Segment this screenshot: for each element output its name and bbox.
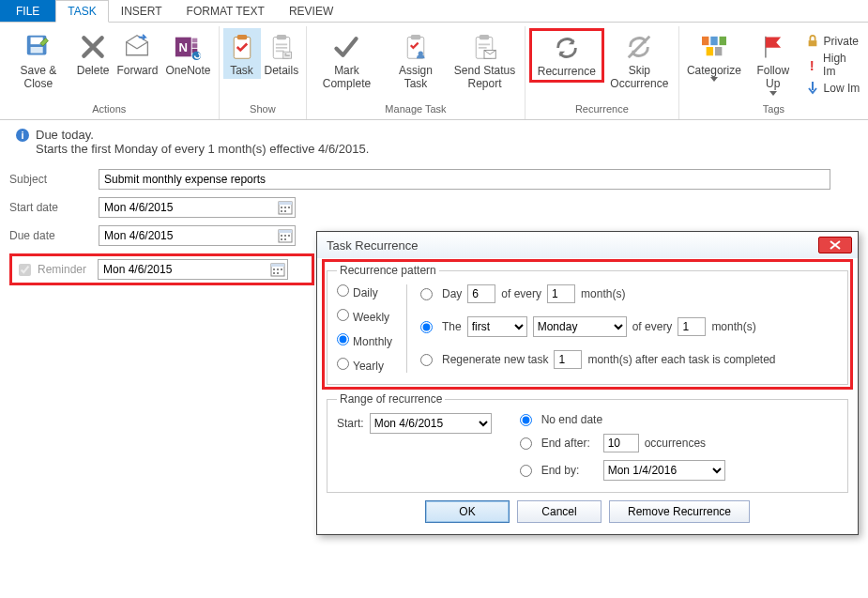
high-importance-label: High Im: [823, 52, 860, 78]
skip-label: Skip Occurrence: [608, 64, 671, 91]
tab-review[interactable]: REVIEW: [277, 0, 345, 22]
svg-rect-32: [715, 47, 722, 55]
svg-rect-31: [707, 47, 713, 55]
group-show: Task Details Show: [220, 26, 308, 119]
task-icon: [227, 32, 257, 62]
subject-label: Subject: [9, 173, 99, 186]
low-importance-label: Low Im: [824, 82, 860, 95]
group-actions-label: Actions: [4, 101, 215, 117]
group-manage: Mark Complete Assign Task Send Status Re…: [307, 26, 525, 119]
menu-tabs: FILE TASK INSERT FORMAT TEXT REVIEW: [0, 0, 868, 23]
svg-rect-48: [281, 238, 282, 240]
group-show-label: Show: [223, 101, 303, 117]
reminder-label: Reminder: [38, 263, 86, 276]
high-importance-button[interactable]: ! High Im: [805, 52, 860, 78]
svg-rect-6: [192, 43, 198, 48]
forward-button[interactable]: Forward: [113, 28, 161, 79]
svg-rect-17: [284, 54, 286, 54]
svg-rect-13: [276, 44, 287, 46]
duedate-label: Due date: [9, 229, 99, 242]
forward-icon: [122, 32, 152, 62]
calendar-icon[interactable]: [270, 262, 285, 277]
low-importance-button[interactable]: Low Im: [805, 81, 860, 96]
followup-button[interactable]: Follow Up: [745, 28, 801, 98]
svg-rect-54: [281, 268, 282, 270]
svg-rect-38: [281, 207, 282, 208]
onenote-button[interactable]: N OneNote: [161, 28, 214, 79]
private-button[interactable]: Private: [805, 34, 860, 49]
chevron-down-icon: [710, 77, 718, 82]
svg-text:i: i: [21, 130, 23, 141]
info-line1: Due today.: [36, 128, 369, 142]
startdate-input[interactable]: [99, 197, 296, 218]
svg-rect-47: [288, 235, 290, 237]
info-line2: Starts the first Monday of every 1 month…: [36, 142, 369, 156]
categorize-icon: [699, 32, 729, 62]
recurrence-label: Recurrence: [538, 65, 596, 78]
tags-small-list: Private ! High Im Low Im: [801, 28, 864, 101]
exclamation-icon: !: [805, 57, 819, 72]
task-button[interactable]: Task: [223, 28, 261, 79]
every-value-input[interactable]: [547, 284, 575, 297]
calendar-icon[interactable]: [278, 200, 293, 215]
skip-occurrence-button[interactable]: Skip Occurrence: [604, 28, 675, 93]
svg-rect-30: [719, 37, 725, 45]
svg-rect-42: [284, 210, 286, 212]
svg-rect-10: [236, 35, 247, 39]
recurrence-pattern-legend: Recurrence pattern: [337, 264, 439, 277]
day-value-input[interactable]: [467, 284, 495, 297]
radio-daily[interactable]: Daily: [337, 284, 403, 297]
info-bar: i Due today. Starts the first Monday of …: [0, 120, 868, 165]
duedate-input[interactable]: [99, 225, 296, 246]
arrow-down-icon: [805, 81, 820, 96]
categorize-label: Categorize: [687, 64, 741, 77]
mark-complete-button[interactable]: Mark Complete: [311, 28, 383, 93]
svg-rect-51: [271, 264, 284, 267]
calendar-icon[interactable]: [278, 228, 293, 243]
tab-insert[interactable]: INSERT: [109, 0, 175, 22]
skip-icon: [624, 32, 654, 62]
svg-rect-29: [710, 37, 717, 45]
delete-button[interactable]: Delete: [73, 28, 114, 79]
opt-day-label: Day: [442, 287, 462, 297]
check-icon: [331, 32, 361, 62]
reminder-label-wrap: Reminder: [15, 261, 98, 279]
save-close-button[interactable]: Save & Close: [4, 28, 73, 93]
svg-rect-20: [411, 35, 421, 39]
followup-label: Follow Up: [749, 64, 798, 91]
group-tags-label: Tags: [683, 101, 864, 117]
onenote-icon: N: [173, 32, 203, 62]
forward-label: Forward: [116, 64, 158, 77]
radio-day[interactable]: [420, 288, 433, 298]
delete-label: Delete: [77, 64, 110, 77]
subject-input[interactable]: [99, 169, 830, 190]
assign-task-button[interactable]: Assign Task: [383, 28, 449, 93]
task-label: Task: [230, 64, 253, 77]
send-status-button[interactable]: Send Status Report: [449, 28, 521, 93]
reminder-checkbox[interactable]: [19, 264, 31, 276]
reminder-input[interactable]: [98, 259, 288, 280]
tab-file[interactable]: FILE: [0, 0, 55, 22]
tab-task[interactable]: TASK: [55, 0, 108, 23]
flag-icon: [758, 32, 788, 62]
details-button[interactable]: Details: [261, 28, 303, 79]
details-icon: [266, 32, 297, 62]
assign-icon: [401, 32, 431, 62]
svg-text:N: N: [179, 40, 188, 54]
assign-task-label: Assign Task: [387, 64, 445, 91]
group-manage-label: Manage Task: [311, 101, 521, 117]
frequency-options: Daily Weekly Monthly Yearly: [337, 284, 407, 297]
group-recurrence-label: Recurrence: [529, 101, 675, 117]
details-label: Details: [265, 64, 299, 77]
save-close-label: Save & Close: [8, 64, 69, 91]
svg-rect-40: [288, 207, 290, 208]
dialog-close-button[interactable]: [818, 237, 852, 253]
opt-months: month(s): [581, 287, 625, 297]
tab-format-text[interactable]: FORMAT TEXT: [175, 0, 277, 22]
svg-rect-14: [276, 47, 287, 49]
svg-rect-5: [192, 38, 198, 43]
svg-rect-45: [281, 235, 282, 237]
recurrence-button[interactable]: Recurrence: [529, 28, 604, 83]
categorize-button[interactable]: Categorize: [683, 28, 745, 84]
group-tags: Categorize Follow Up Private ! High Im: [679, 26, 868, 119]
